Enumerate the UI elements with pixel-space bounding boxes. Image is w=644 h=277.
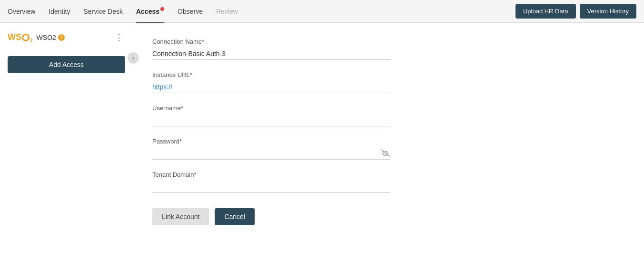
version-history-button[interactable]: Version History — [580, 4, 636, 19]
sidebar-collapse-button[interactable]: ‹ — [128, 52, 139, 64]
password-group: Password* — [152, 138, 625, 160]
wso2-info-badge: i — [58, 34, 65, 41]
logo-s: S — [16, 32, 21, 42]
sidebar-kebab-menu[interactable]: ⋮ — [113, 30, 125, 45]
sidebar: WS2 WSO2 i ⋮ Add Access — [0, 23, 133, 277]
instance-url-group: Instance URL* — [152, 71, 625, 93]
sidebar-header: WS2 WSO2 i ⋮ — [8, 30, 125, 45]
upload-hr-data-button[interactable]: Upload HR Data — [515, 4, 576, 19]
nav-review: Review — [216, 6, 238, 17]
nav-access[interactable]: Access — [136, 5, 164, 17]
logo-o — [22, 34, 30, 41]
form-panel: Connection Name* Instance URL* Username*… — [133, 23, 644, 277]
nav-items: Overview Identity Service Desk Access Ob… — [8, 5, 515, 17]
instance-url-input[interactable] — [152, 81, 390, 93]
logo-sub: 2 — [30, 38, 33, 43]
content-area: Connection Name* Instance URL* Username*… — [133, 23, 644, 277]
add-access-button[interactable]: Add Access — [8, 56, 125, 73]
connection-name-group: Connection Name* — [152, 38, 625, 60]
username-group: Username* — [152, 105, 625, 126]
connection-name-label: Connection Name* — [152, 38, 625, 45]
nav-overview[interactable]: Overview — [8, 6, 35, 17]
instance-url-label: Instance URL* — [152, 71, 625, 78]
password-input[interactable] — [152, 148, 390, 160]
password-wrapper — [152, 148, 390, 160]
logo-w: W — [8, 32, 16, 42]
tenant-domain-input[interactable] — [152, 181, 390, 193]
nav-identity[interactable]: Identity — [49, 6, 70, 17]
nav-actions: Upload HR Data Version History — [515, 4, 636, 19]
wso2-logo: WS2 — [8, 32, 33, 43]
connection-name-input[interactable] — [152, 48, 390, 60]
password-label: Password* — [152, 138, 625, 145]
wso2-name: WSO2 i — [37, 34, 65, 41]
toggle-password-icon[interactable] — [381, 149, 390, 159]
username-label: Username* — [152, 105, 625, 112]
top-navigation: Overview Identity Service Desk Access Ob… — [0, 0, 644, 23]
nav-observe[interactable]: Observe — [178, 6, 203, 17]
link-account-button[interactable]: Link Account — [152, 208, 209, 225]
chevron-left-icon: ‹ — [132, 55, 134, 61]
logo-area: WS2 WSO2 i — [8, 32, 65, 43]
tenant-domain-group: Tenant Domain* — [152, 171, 625, 193]
username-input[interactable] — [152, 115, 390, 126]
main-layout: WS2 WSO2 i ⋮ Add Access ‹ Connection Nam… — [0, 23, 644, 277]
form-actions: Link Account Cancel — [152, 208, 625, 225]
tenant-domain-label: Tenant Domain* — [152, 171, 625, 178]
cancel-button[interactable]: Cancel — [215, 208, 255, 225]
access-badge — [160, 7, 164, 11]
nav-service-desk[interactable]: Service Desk — [84, 6, 123, 17]
